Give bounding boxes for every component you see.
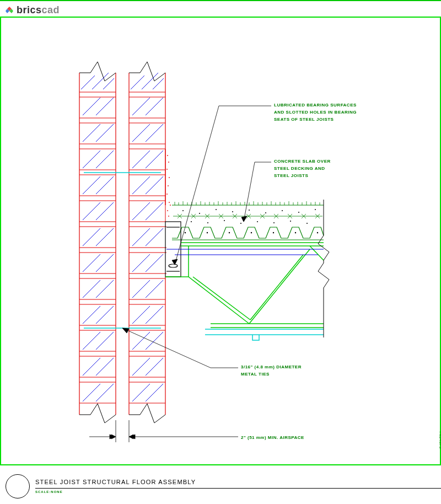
svg-point-109 [166,169,167,169]
svg-line-50 [81,76,95,89]
svg-line-78 [142,73,158,89]
svg-line-99 [146,332,163,350]
title-block: STEEL JOIST STRUCTURAL FLOOR ASSEMBLY SC… [0,468,441,504]
svg-point-168 [273,222,275,223]
svg-point-162 [315,209,316,210]
svg-line-90 [132,228,150,246]
annotation-slab: CONCRETE SLAB OVER STEEL DECKING AND STE… [274,158,331,179]
svg-line-65 [83,254,100,272]
svg-point-163 [191,221,192,222]
svg-line-100 [132,358,150,376]
svg-line-63 [83,228,100,246]
svg-point-113 [169,202,169,202]
svg-point-170 [306,223,308,224]
brand-text: bricscad [17,4,60,16]
annotation-bearing: LUBRICATED BEARING SURFACES AND SLOTTED … [274,102,357,123]
svg-line-185 [249,249,310,324]
svg-line-60 [96,176,114,194]
annotation-airspace: 2" (51 mm) MIN. AIRSPACE [241,435,304,442]
svg-point-107 [167,155,168,156]
svg-line-52 [103,78,114,89]
svg-point-181 [169,264,178,267]
svg-line-103 [146,384,163,401]
svg-line-80 [132,98,150,115]
svg-line-67 [83,280,100,298]
bricscad-logo-icon [6,7,13,14]
svg-point-157 [232,211,233,212]
svg-line-86 [132,176,150,194]
svg-line-97 [146,306,163,324]
svg-point-169 [290,221,291,222]
drawing-title: STEEL JOIST STRUCTURAL FLOOR ASSEMBLY [35,479,441,489]
svg-line-88 [132,202,150,220]
svg-line-79 [153,78,164,89]
svg-line-84 [132,151,150,168]
svg-point-165 [224,220,225,221]
svg-marker-207 [129,435,133,439]
svg-line-102 [132,384,150,401]
svg-line-190 [310,246,324,260]
svg-point-154 [182,210,184,211]
svg-line-55 [83,124,100,142]
svg-line-51 [92,73,109,89]
svg-line-73 [83,358,100,376]
svg-line-57 [83,151,100,168]
svg-point-115 [168,216,169,216]
svg-line-71 [83,332,100,350]
svg-point-160 [282,210,283,211]
svg-line-81 [146,98,163,115]
svg-point-110 [169,177,169,178]
drawing-area: LUBRICATED BEARING SURFACES AND SLOTTED … [0,17,441,465]
svg-point-161 [298,212,299,213]
svg-line-74 [96,358,114,376]
svg-point-156 [216,209,217,210]
svg-line-69 [83,306,100,324]
svg-point-159 [265,212,266,213]
svg-point-167 [257,221,258,222]
svg-line-54 [96,98,114,115]
svg-line-92 [132,254,150,272]
cad-drawing [1,18,440,465]
svg-line-75 [83,384,100,401]
svg-point-177 [317,232,318,233]
svg-line-85 [146,151,163,168]
svg-line-184 [189,277,249,324]
svg-marker-204 [116,435,120,439]
svg-point-175 [273,232,274,233]
svg-line-53 [83,98,100,115]
svg-line-87 [146,176,163,194]
drawing-id: TN248F3 [439,431,441,449]
svg-point-174 [251,232,252,233]
svg-line-59 [83,176,100,194]
drawing-scale: SCALE:NONE [35,490,441,494]
svg-point-172 [207,232,208,233]
svg-line-98 [132,332,150,350]
svg-marker-197 [122,328,129,333]
svg-line-77 [131,76,144,89]
svg-line-72 [96,332,114,350]
svg-point-114 [167,210,168,211]
svg-line-76 [96,384,114,401]
svg-line-83 [146,124,163,142]
svg-line-64 [96,228,114,246]
title-circle-icon [6,474,30,498]
annotation-ties: 3/16" (4.8 mm) DIAMETER METAL TIES [241,364,302,378]
svg-point-155 [199,213,200,214]
svg-line-96 [132,306,150,324]
svg-point-176 [295,232,296,233]
svg-marker-206 [111,435,116,439]
svg-point-158 [249,210,250,211]
svg-line-62 [96,202,114,220]
svg-line-66 [96,254,114,272]
svg-marker-196 [241,216,247,222]
svg-line-93 [146,254,163,272]
brand-brics: brics [17,4,42,15]
svg-point-116 [170,205,170,205]
svg-point-166 [240,223,241,224]
svg-point-173 [229,232,230,233]
svg-line-94 [132,280,150,298]
svg-line-68 [96,280,114,298]
svg-line-186 [193,277,250,320]
svg-line-82 [132,124,150,142]
svg-point-108 [168,162,169,162]
